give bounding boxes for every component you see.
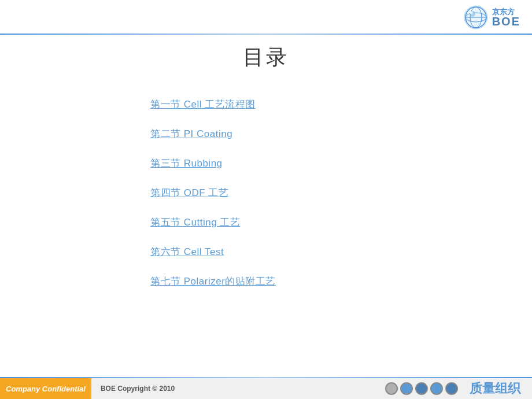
- logo-text: 京东方 BOE: [492, 8, 520, 27]
- header: 京东方 BOE: [0, 0, 532, 35]
- menu-item-1[interactable]: 第一节 Cell 工艺流程图: [150, 90, 276, 119]
- menu-item-5[interactable]: 第五节 Cutting 工艺: [150, 208, 276, 237]
- menu-item-6[interactable]: 第六节 Cell Test: [150, 237, 276, 267]
- footer-icon-5: [445, 382, 458, 395]
- menu-list: 第一节 Cell 工艺流程图第二节 PI Coating第三节 Rubbing第…: [150, 90, 276, 296]
- confidential-badge: Company Confidential: [0, 378, 91, 399]
- org-label: 质量组织: [470, 380, 532, 397]
- top-divider-line: [0, 34, 532, 35]
- copyright-text: BOE Copyright © 2010: [91, 385, 184, 393]
- footer-icon-2: [400, 382, 413, 395]
- menu-item-4[interactable]: 第四节 ODF 工艺: [150, 178, 276, 208]
- footer-icon-3: [415, 382, 428, 395]
- footer-icon-1: [385, 382, 398, 395]
- logo-boe: BOE: [492, 16, 520, 27]
- logo-chinese: 京东方: [492, 8, 520, 16]
- boe-logo-icon: [463, 5, 489, 30]
- menu-item-2[interactable]: 第二节 PI Coating: [150, 119, 276, 149]
- svg-point-6: [470, 12, 472, 14]
- menu-item-3[interactable]: 第三节 Rubbing: [150, 149, 276, 178]
- footer-icons-area: [385, 382, 464, 395]
- footer: Company Confidential BOE Copyright © 201…: [0, 378, 532, 399]
- page-title: 目录: [0, 43, 532, 72]
- logo-area: 京东方 BOE: [463, 5, 520, 30]
- menu-item-7[interactable]: 第七节 Polarizer的贴附工艺: [150, 267, 276, 296]
- footer-icon-4: [430, 382, 443, 395]
- confidential-label: Company Confidential: [6, 385, 86, 393]
